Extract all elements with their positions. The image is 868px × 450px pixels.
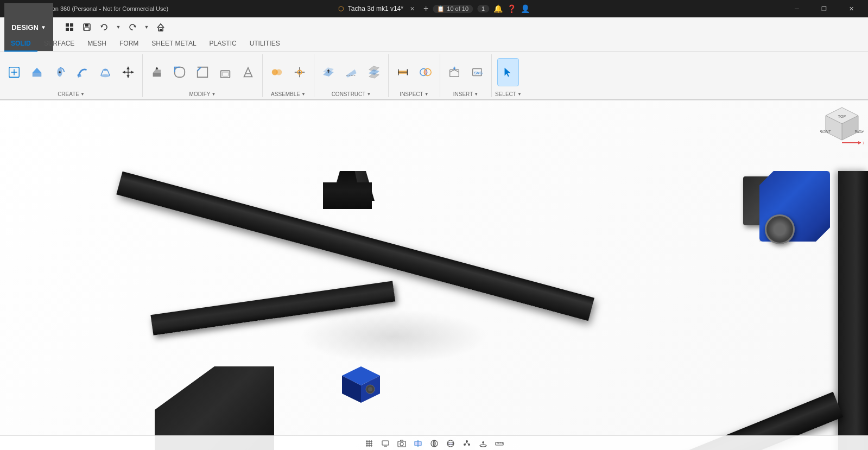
svg-line-32 [198, 67, 201, 71]
tab-close-btn[interactable]: ✕ [410, 5, 415, 12]
joint-origin-button[interactable] [289, 58, 311, 86]
modify-dropdown-arrow[interactable]: ▼ [211, 92, 216, 97]
svg-marker-98 [482, 441, 484, 443]
svg-rect-0 [66, 23, 69, 27]
interference-button[interactable] [415, 58, 436, 86]
bell-icon[interactable]: 🔔 [493, 4, 503, 13]
push-pull-button[interactable] [146, 58, 168, 86]
tab-count: 10 of 10 [447, 5, 468, 12]
tab-mesh[interactable]: MESH [81, 36, 113, 52]
tab-solid[interactable]: SOLID [4, 36, 37, 52]
midplane-button[interactable] [363, 58, 385, 86]
home-button[interactable] [153, 20, 168, 35]
tab-sheet-metal[interactable]: SHEET METAL [145, 36, 202, 52]
inspect-dropdown-arrow[interactable]: ▼ [425, 92, 429, 97]
nav-cube[interactable]: TOP FRONT RIGHT X [820, 105, 864, 148]
fillet-button[interactable] [169, 58, 191, 86]
redo-button[interactable] [125, 20, 140, 35]
grid-display-icon[interactable] [363, 438, 375, 449]
draft-button[interactable] [237, 58, 259, 86]
title-bar-right: ─ ❐ ✕ [784, 0, 864, 17]
modify-label: MODIFY ▼ [189, 91, 216, 97]
assemble-dropdown-arrow[interactable]: ▼ [301, 92, 306, 97]
create-dropdown-arrow[interactable]: ▼ [80, 92, 85, 97]
chamfer-button[interactable] [192, 58, 213, 86]
notification-badge[interactable]: 1 [477, 5, 489, 12]
undo-button[interactable] [97, 20, 112, 35]
design-label: DESIGN [11, 23, 39, 31]
quick-access-bar: DESIGN ▼ ▼ [0, 17, 868, 37]
frame-right-vertical [838, 171, 868, 450]
svg-rect-8 [160, 29, 162, 31]
sweep-button[interactable] [72, 58, 93, 86]
joint-button[interactable] [266, 58, 288, 86]
profile-icon[interactable]: 👤 [521, 4, 530, 13]
select-label: SELECT ▼ [495, 91, 522, 97]
construct-dropdown-arrow[interactable]: ▼ [366, 92, 371, 97]
ribbon-tabs: SOLID SURFACE MESH FORM SHEET METAL PLAS… [0, 37, 868, 52]
ground-plane-icon[interactable] [477, 438, 489, 449]
camera-icon[interactable] [396, 438, 408, 449]
viewport[interactable]: TOP FRONT RIGHT X [0, 100, 868, 450]
svg-marker-35 [244, 68, 252, 77]
construct-label: CONSTRUCT ▼ [332, 91, 371, 97]
select-tools [497, 54, 519, 90]
svg-point-91 [466, 440, 468, 442]
svg-rect-1 [70, 23, 73, 27]
assemble-tools [266, 54, 311, 90]
redo-dropdown[interactable]: ▼ [142, 20, 151, 35]
tab-surface[interactable]: SURFACE [37, 36, 81, 52]
svg-point-15 [59, 71, 61, 73]
tab-plastic[interactable]: PLASTIC [203, 36, 243, 52]
tab-form[interactable]: FORM [113, 36, 145, 52]
svg-point-38 [276, 69, 282, 75]
section-plane-icon[interactable] [412, 438, 424, 449]
assemble-label: ASSEMBLE ▼ [271, 91, 306, 97]
minimize-button[interactable]: ─ [784, 0, 809, 17]
scene: TOP FRONT RIGHT X [0, 100, 868, 450]
tab-utilities[interactable]: UTILITIES [243, 36, 287, 52]
insert-svg-button[interactable]: SVG [466, 58, 488, 86]
add-tab-btn[interactable]: + [423, 4, 428, 14]
save-button[interactable] [79, 20, 94, 35]
svg-rect-2 [66, 28, 69, 31]
measure-button[interactable] [392, 58, 414, 86]
ribbon-section-inspect: INSPECT ▼ [389, 54, 440, 97]
svg-text:RIGHT: RIGHT [854, 129, 864, 134]
new-component-button[interactable] [3, 58, 25, 86]
effects-icon[interactable] [461, 438, 473, 449]
help-icon[interactable]: ❓ [507, 4, 516, 13]
loft-button[interactable] [94, 58, 116, 86]
revolve-button[interactable] [49, 58, 71, 86]
ribbon-section-insert: SVG INSERT ▼ [440, 54, 492, 97]
modify-tools [146, 54, 259, 90]
select-button[interactable] [497, 58, 519, 86]
ribbon-section-construct: CONSTRUCT ▼ [314, 54, 389, 97]
svg-point-86 [400, 442, 403, 446]
svg-text:SVG: SVG [474, 71, 483, 75]
toolbar-area: DESIGN ▼ ▼ [0, 17, 868, 100]
insert-dropdown-arrow[interactable]: ▼ [474, 92, 478, 97]
environment-icon[interactable] [445, 438, 457, 449]
offset-plane-button[interactable] [318, 58, 339, 86]
shell-button[interactable] [214, 58, 236, 86]
svg-point-76 [368, 387, 372, 391]
svg-marker-13 [33, 68, 42, 73]
ribbon-section-select: SELECT ▼ [492, 54, 525, 97]
restore-button[interactable]: ❐ [812, 0, 837, 17]
insert-mesh-button[interactable] [443, 58, 465, 86]
grid-menu-button[interactable] [62, 20, 77, 35]
ruler-icon[interactable] [493, 438, 505, 449]
svg-text:X: X [863, 141, 864, 145]
select-dropdown-arrow[interactable]: ▼ [517, 92, 522, 97]
close-button[interactable]: ✕ [839, 0, 864, 17]
undo-dropdown[interactable]: ▼ [114, 20, 123, 35]
extrude-button[interactable] [26, 58, 48, 86]
display-settings-icon[interactable] [379, 438, 391, 449]
visual-style-icon[interactable] [428, 438, 440, 449]
move-button[interactable] [117, 58, 139, 86]
svg-marker-62 [505, 68, 511, 77]
status-bar [0, 435, 868, 450]
svg-marker-23 [126, 67, 130, 69]
angle-plane-button[interactable] [340, 58, 362, 86]
